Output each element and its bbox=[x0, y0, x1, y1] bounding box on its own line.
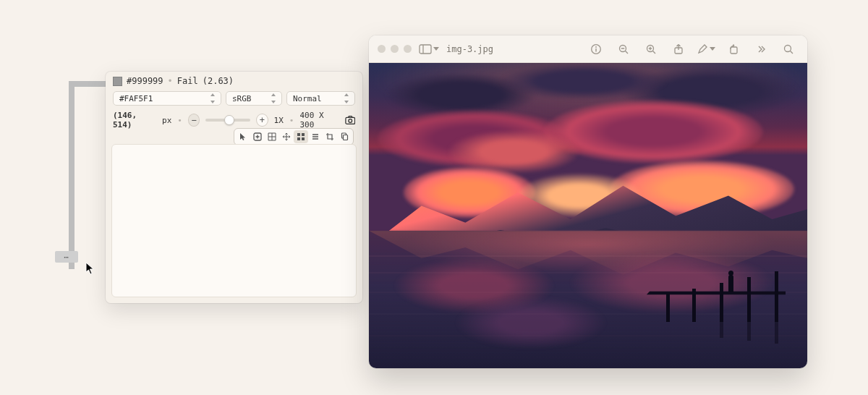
svg-point-23 bbox=[785, 45, 791, 51]
camera-icon[interactable] bbox=[345, 115, 356, 125]
svg-rect-4 bbox=[302, 133, 305, 136]
svg-point-12 bbox=[595, 46, 597, 48]
chevron-down-icon bbox=[710, 47, 715, 51]
sidebar-toggle-button[interactable] bbox=[419, 41, 439, 58]
grid-tool[interactable] bbox=[265, 130, 279, 143]
zoom-out-button[interactable]: − bbox=[188, 114, 200, 127]
sampled-color-swatch[interactable] bbox=[113, 77, 122, 86]
color-space-select[interactable]: sRGB bbox=[226, 91, 282, 106]
zoom-slider[interactable] bbox=[205, 119, 250, 122]
pointer-tool[interactable] bbox=[236, 130, 250, 143]
zoom-traffic-light[interactable] bbox=[404, 45, 412, 53]
svg-point-1 bbox=[348, 119, 352, 123]
preview-window: img-3.jpg bbox=[369, 35, 807, 368]
zoom-slider-thumb[interactable] bbox=[224, 115, 234, 125]
add-tool[interactable] bbox=[250, 130, 265, 143]
coordinates-unit: px bbox=[162, 116, 171, 125]
blend-mode-select[interactable]: Normal bbox=[286, 91, 355, 106]
background-tab-ellipsis[interactable]: ⋯ bbox=[55, 251, 78, 263]
share-button[interactable] bbox=[668, 41, 689, 58]
updown-icon bbox=[343, 93, 350, 103]
svg-rect-0 bbox=[345, 117, 354, 124]
contrast-status: Fail bbox=[177, 76, 198, 86]
canvas-dimensions: 400 X 300 bbox=[299, 111, 339, 129]
picker-tool-strip bbox=[234, 128, 354, 145]
coordinates-value: (146, 514) bbox=[113, 111, 156, 129]
updown-icon bbox=[209, 93, 216, 103]
markup-button[interactable] bbox=[696, 41, 716, 58]
crop-tool[interactable] bbox=[323, 130, 337, 143]
toolbar-overflow-button[interactable] bbox=[751, 41, 771, 58]
svg-rect-6 bbox=[302, 137, 305, 140]
window-traffic-lights[interactable] bbox=[378, 45, 412, 53]
close-traffic-light[interactable] bbox=[378, 45, 386, 53]
separator-dot: • bbox=[168, 76, 173, 86]
person-silhouette bbox=[728, 275, 733, 292]
preview-image-area[interactable] bbox=[369, 63, 807, 368]
zoom-in-toolbar-button[interactable] bbox=[641, 41, 661, 58]
list-tool[interactable] bbox=[308, 130, 323, 143]
updown-icon bbox=[270, 93, 277, 103]
svg-rect-22 bbox=[731, 47, 737, 54]
zoom-level-label: 1X bbox=[274, 116, 284, 125]
svg-rect-8 bbox=[344, 135, 348, 140]
svg-line-24 bbox=[790, 51, 793, 54]
zoom-out-toolbar-button[interactable] bbox=[613, 41, 634, 58]
chevron-down-icon bbox=[433, 47, 439, 51]
separator-dot: • bbox=[177, 116, 182, 125]
separator-dot: • bbox=[289, 116, 294, 125]
zoom-in-button[interactable]: + bbox=[256, 114, 268, 127]
color-value-text: #FAF5F1 bbox=[119, 94, 153, 103]
color-space-text: sRGB bbox=[232, 94, 252, 103]
minimize-traffic-light[interactable] bbox=[391, 45, 399, 53]
svg-rect-13 bbox=[595, 48, 596, 52]
svg-rect-5 bbox=[297, 137, 300, 140]
quad-view-tool[interactable] bbox=[294, 130, 308, 143]
dock-silhouette bbox=[626, 260, 786, 325]
sampled-hex-label: #999999 bbox=[127, 76, 163, 86]
rotate-button[interactable] bbox=[723, 41, 744, 58]
svg-line-15 bbox=[625, 51, 628, 54]
svg-rect-3 bbox=[297, 133, 300, 136]
svg-rect-9 bbox=[420, 45, 431, 54]
svg-line-18 bbox=[652, 51, 655, 54]
blend-mode-text: Normal bbox=[293, 94, 322, 103]
sunset-lake-photo bbox=[369, 63, 807, 368]
picker-selects-row: #FAF5F1 sRGB Normal bbox=[106, 89, 362, 108]
picker-canvas-area[interactable] bbox=[111, 144, 357, 297]
preview-titlebar: img-3.jpg bbox=[369, 35, 807, 63]
color-value-select[interactable]: #FAF5F1 bbox=[113, 91, 221, 106]
copy-tool[interactable] bbox=[337, 130, 352, 143]
picker-header: #999999 • Fail (2.63) bbox=[106, 72, 362, 89]
move-tool[interactable] bbox=[279, 130, 294, 143]
contrast-ratio: (2.63) bbox=[203, 76, 234, 86]
preview-filename: img-3.jpg bbox=[446, 44, 493, 54]
search-button[interactable] bbox=[778, 41, 799, 58]
info-button[interactable] bbox=[586, 41, 606, 58]
color-picker-panel: #999999 • Fail (2.63) #FAF5F1 sRGB Norma… bbox=[106, 72, 362, 303]
